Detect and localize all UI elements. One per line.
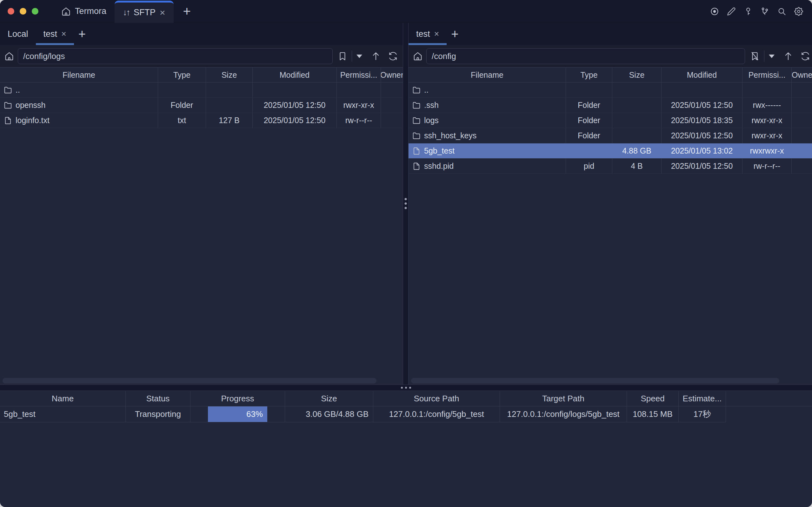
close-window-button[interactable] <box>8 8 14 15</box>
column-header-size[interactable]: Size <box>612 68 661 82</box>
file-type: Folder <box>158 98 206 113</box>
search-icon[interactable] <box>777 7 786 16</box>
left-panel-tabs: Local test × + <box>0 23 403 45</box>
file-size: 4 B <box>612 159 661 174</box>
left-tab-test-label: test <box>44 29 57 39</box>
file-name: .. <box>15 86 20 95</box>
right-path-actions <box>745 50 812 62</box>
horizontal-scrollbar[interactable] <box>411 378 779 384</box>
file-permissions: rwxr-xr-x <box>743 113 792 128</box>
git-branch-icon[interactable] <box>761 7 769 16</box>
column-header-permissions[interactable]: Permissi... <box>743 68 792 82</box>
column-header-name[interactable]: Name <box>0 391 126 406</box>
column-header-type[interactable]: Type <box>566 68 612 82</box>
table-row[interactable]: sshd.pid pid 4 B 2025/01/05 12:50 rw-r--… <box>409 159 812 174</box>
transfer-source-path: 127.0.0.1:/config/5gb_test <box>373 406 500 422</box>
record-icon[interactable] <box>710 7 719 16</box>
right-tab-test[interactable]: test × <box>409 23 447 45</box>
file-owner <box>792 128 812 143</box>
panel-splitter[interactable] <box>403 23 409 385</box>
column-header-owner[interactable]: Owner <box>792 68 812 82</box>
right-tab-close-icon[interactable]: × <box>434 30 439 38</box>
column-header-type[interactable]: Type <box>158 68 206 82</box>
tab-termora-home[interactable]: Termora <box>53 0 115 22</box>
column-header-status[interactable]: Status <box>126 391 191 406</box>
left-tab-local[interactable]: Local <box>0 23 36 45</box>
bookmark-icon[interactable] <box>338 51 347 61</box>
left-tab-close-icon[interactable]: × <box>61 30 66 38</box>
column-header-speed[interactable]: Speed <box>627 391 679 406</box>
file-owner <box>792 98 812 113</box>
column-header-source-path[interactable]: Source Path <box>373 391 500 406</box>
left-refresh-icon[interactable] <box>388 51 398 61</box>
bookmark-dropdown-icon[interactable] <box>357 55 362 58</box>
bookmark-dropdown-icon[interactable] <box>769 55 774 58</box>
left-tab-test[interactable]: test × <box>36 23 74 45</box>
transfer-splitter[interactable] <box>0 385 812 391</box>
table-row[interactable]: ssh_host_keys Folder 2025/01/05 12:50 rw… <box>409 128 812 144</box>
file-modified: 2025/01/05 12:50 <box>661 98 743 113</box>
file-size <box>612 128 661 143</box>
file-type <box>566 82 612 97</box>
table-row[interactable]: logs Folder 2025/01/05 18:35 rwxr-xr-x <box>409 113 812 128</box>
folder-icon <box>412 101 421 109</box>
file-name: openssh <box>15 101 46 110</box>
file-name: ssh_host_keys <box>424 131 477 140</box>
transfer-header: Name Status Progress Size Source Path Ta… <box>0 391 812 406</box>
file-permissions <box>337 82 381 97</box>
right-go-up-icon[interactable] <box>783 51 793 61</box>
column-header-modified[interactable]: Modified <box>661 68 743 82</box>
left-add-tab-button[interactable]: + <box>74 27 90 40</box>
zoom-window-button[interactable] <box>32 8 39 15</box>
right-refresh-icon[interactable] <box>801 51 810 61</box>
left-table-header: Filename Type Size Modified Permissi... … <box>0 67 403 82</box>
right-add-tab-button[interactable]: + <box>447 27 463 40</box>
right-path-input[interactable]: /config <box>426 48 745 64</box>
file-modified <box>661 82 743 97</box>
key-icon[interactable] <box>744 7 753 16</box>
table-row[interactable]: .. <box>409 82 812 98</box>
file-owner <box>792 144 812 158</box>
table-row[interactable]: loginfo.txt txt 127 B 2025/01/05 12:50 r… <box>0 113 403 128</box>
edit-pencil-icon[interactable] <box>727 7 736 16</box>
table-row-selected[interactable]: 5gb_test 4.88 GB 2025/01/05 13:02 rwxrwx… <box>409 144 812 159</box>
transfer-estimate: 17秒 <box>679 406 726 422</box>
column-header-owner[interactable]: Owner <box>381 68 403 82</box>
column-header-size[interactable]: Size <box>285 391 373 406</box>
left-path-input[interactable]: /config/logs <box>18 48 333 64</box>
column-header-permissions[interactable]: Permissi... <box>337 68 381 82</box>
horizontal-scrollbar[interactable] <box>3 378 376 384</box>
table-row[interactable]: openssh Folder 2025/01/05 12:50 rwxr-xr-… <box>0 98 403 113</box>
splitter-grip-icon <box>405 198 407 209</box>
new-tab-button[interactable]: + <box>181 5 194 18</box>
file-permissions <box>743 82 792 97</box>
left-home-icon[interactable] <box>4 51 14 61</box>
transfer-name: 5gb_test <box>0 406 126 422</box>
right-pathbar: /config <box>409 45 812 67</box>
file-name: .ssh <box>424 101 439 110</box>
file-icon <box>412 162 421 170</box>
progress-fill: 63% <box>208 406 267 422</box>
column-header-progress[interactable]: Progress <box>191 391 285 406</box>
sftp-panels: Local test × + /config/logs <box>0 23 812 385</box>
settings-gear-icon[interactable] <box>794 7 803 16</box>
minimize-window-button[interactable] <box>20 8 26 15</box>
column-header-target-path[interactable]: Target Path <box>500 391 627 406</box>
left-path-actions <box>333 50 403 62</box>
right-home-icon[interactable] <box>413 51 423 61</box>
column-header-size[interactable]: Size <box>206 68 253 82</box>
tab-sftp[interactable]: ↓↑ SFTP × <box>115 1 174 23</box>
column-header-modified[interactable]: Modified <box>253 68 337 82</box>
table-row[interactable]: .. <box>0 82 403 98</box>
column-header-filename[interactable]: Filename <box>0 68 158 82</box>
column-header-estimate[interactable]: Estimate... <box>679 391 726 406</box>
transfer-row[interactable]: 5gb_test Transporting 63% 3.06 GB/4.88 G… <box>0 406 812 422</box>
column-header-filename[interactable]: Filename <box>409 68 566 82</box>
bookmark-slash-icon[interactable] <box>750 51 760 61</box>
tab-sftp-close-icon[interactable]: × <box>160 8 165 17</box>
table-row[interactable]: .ssh Folder 2025/01/05 12:50 rwx------ <box>409 98 812 113</box>
file-icon <box>412 147 421 155</box>
left-go-up-icon[interactable] <box>371 51 381 61</box>
splitter-grip-icon <box>401 387 411 389</box>
file-modified: 2025/01/05 13:02 <box>661 144 743 158</box>
